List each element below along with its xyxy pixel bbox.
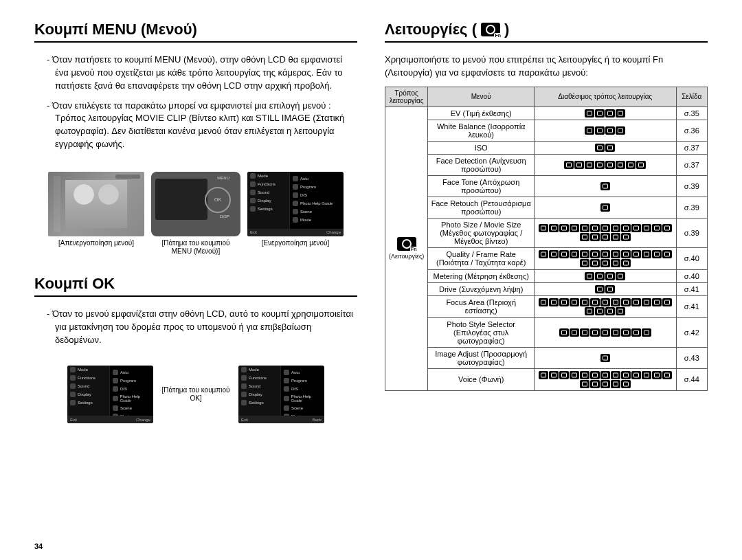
- lcd-left-item: Display: [238, 390, 280, 399]
- mode-badge-icon: [616, 109, 625, 117]
- mode-badge-icon: [590, 259, 600, 267]
- menu-paragraph-1: - Όταν πατήσετε το κουμπί MENU (Μενού), …: [34, 54, 357, 93]
- lcd-right-item: Movie: [290, 216, 344, 224]
- lcd-left-item: Sound: [67, 382, 109, 390]
- mode-badge-icon: [600, 259, 610, 267]
- mode-badge-icon: [585, 109, 594, 117]
- lcd-exit-2: Exit: [70, 418, 77, 422]
- mode-badge-icon: [642, 224, 651, 232]
- mode-badge-icon: [631, 250, 641, 258]
- mode-badge-icon: [611, 259, 620, 267]
- mode-badge-icon: [631, 328, 641, 337]
- functions-paragraph: Χρησιμοποιήστε το μενού που επιτρέπει τι…: [385, 54, 708, 80]
- lcd-exit-3: Exit: [241, 418, 248, 422]
- menu-illustration-row: [Απενεργοποίηση μενού] MENU DISP OK [Πάτ…: [34, 172, 357, 256]
- mode-badge-icon: [574, 161, 584, 169]
- lcd-right-item: Photo Help Guide: [281, 393, 324, 404]
- lcd-left-item: Mode: [238, 366, 280, 374]
- lcd-ok-before: ModeFunctionsSoundDisplaySettings AutoPr…: [67, 366, 153, 423]
- mode-badge-icon: [600, 250, 610, 258]
- mode-badge-icon: [600, 182, 610, 190]
- lcd-right-item: Program: [110, 377, 153, 385]
- opmode-label: (Λειτουργίες): [389, 253, 424, 260]
- menu-cell: Drive (Συνεχόμενη λήψη): [428, 282, 535, 295]
- menu-cell: Photo Size / Movie Size (Μέγεθος φωτογρα…: [428, 218, 535, 247]
- page-cell: σ.36: [676, 120, 707, 141]
- heading-menu-button: Κουμπί MENU (Μενού): [34, 21, 357, 43]
- mode-badge-icon: [590, 250, 600, 258]
- lcd-left-item: Functions: [238, 374, 280, 382]
- th-page: Σελίδα: [676, 87, 707, 107]
- camera-back-illustration: MENU DISP OK: [151, 172, 240, 236]
- page-cell: σ.42: [676, 317, 707, 347]
- arrow-label-menu: [Πάτημα του κουμπιού MENU (Μενού)]: [161, 239, 230, 256]
- page-cell: σ.35: [676, 107, 707, 120]
- mode-badge-icon: [652, 371, 662, 379]
- modes-cell: [535, 247, 676, 269]
- mode-badge-icon: [549, 298, 559, 306]
- lcd-right-item: Scene: [110, 404, 153, 412]
- modes-cell: [535, 175, 676, 197]
- mode-badge-icon: [585, 272, 594, 280]
- mode-badge-icon: [642, 250, 651, 258]
- mode-badge-icon: [590, 328, 600, 337]
- mode-badge-icon: [611, 233, 620, 241]
- heading-functions-text: Λειτουργίες (: [385, 21, 477, 38]
- mode-badge-icon: [549, 250, 559, 258]
- mode-badge-icon: [585, 307, 594, 315]
- page-cell: σ.41: [676, 282, 707, 295]
- mode-badge-icon: [652, 250, 662, 258]
- mode-badge-icon: [590, 380, 600, 388]
- mode-badge-icon: [605, 109, 615, 117]
- mode-badge-icon: [611, 380, 620, 388]
- lcd-right-item: DIS: [281, 385, 324, 393]
- mode-badge-icon: [631, 224, 641, 232]
- mode-badge-icon: [621, 233, 631, 241]
- mode-badge-icon: [595, 109, 605, 117]
- mode-badge-icon: [605, 126, 615, 135]
- page-cell: σ.37: [676, 154, 707, 175]
- mode-badge-icon: [559, 371, 569, 379]
- mode-badge-icon: [580, 328, 589, 337]
- menu-cell: Image Adjust (Προσαρμογή φωτογραφίας): [428, 347, 535, 368]
- modes-cell: [535, 317, 676, 347]
- mode-badge-icon: [616, 161, 625, 169]
- mode-badge-icon: [662, 371, 672, 379]
- mode-badge-icon: [611, 298, 620, 306]
- camera-ok-label: OK: [214, 197, 221, 202]
- modes-cell: [535, 368, 676, 390]
- lcd-left-item: Mode: [247, 172, 289, 180]
- mode-badge-icon: [662, 250, 672, 258]
- mode-badge-icon: [564, 161, 574, 169]
- lcd-right-item: Scene: [290, 208, 344, 216]
- mode-badge-icon: [611, 250, 620, 258]
- menu-cell: Focus Area (Περιοχή εστίασης): [428, 295, 535, 317]
- mode-badge-icon: [662, 298, 672, 306]
- mode-badge-icon: [631, 371, 641, 379]
- photo-thumbnail: [48, 172, 144, 236]
- modes-cell: [535, 282, 676, 295]
- page-cell: σ.39: [676, 218, 707, 247]
- page-cell: σ.43: [676, 347, 707, 368]
- menu-cell: Quality / Frame Rate (Ποιότητα / Ταχύτητ…: [428, 247, 535, 269]
- modes-cell: [535, 107, 676, 120]
- mode-badge-icon: [600, 233, 610, 241]
- lcd-ok-after: ModeFunctionsSoundDisplaySettings AutoPr…: [238, 366, 324, 423]
- mode-badge-icon: [580, 250, 589, 258]
- mode-badge-icon: [616, 272, 625, 280]
- table-row: Face Tone (Απόχρωση προσώπου)σ.39: [385, 175, 708, 197]
- mode-badge-icon: [600, 224, 610, 232]
- page-cell: σ.37: [676, 141, 707, 154]
- mode-badge-icon: [590, 298, 600, 306]
- mode-badge-icon: [662, 224, 672, 232]
- lcd-left-item: Sound: [247, 188, 289, 197]
- mode-badge-icon: [559, 224, 569, 232]
- modes-cell: [535, 347, 676, 368]
- table-row: Image Adjust (Προσαρμογή φωτογραφίας)σ.4…: [385, 347, 708, 368]
- menu-cell: Metering (Μέτρηση έκθεσης): [428, 269, 535, 282]
- th-modes: Διαθέσιμος τρόπος λειτουργίας: [535, 87, 676, 107]
- lcd-right-item: Photo Help Guide: [110, 393, 153, 404]
- lcd-right-item: Program: [281, 377, 324, 385]
- lcd-left-item: Display: [247, 197, 289, 205]
- mode-badge-icon: [616, 307, 625, 315]
